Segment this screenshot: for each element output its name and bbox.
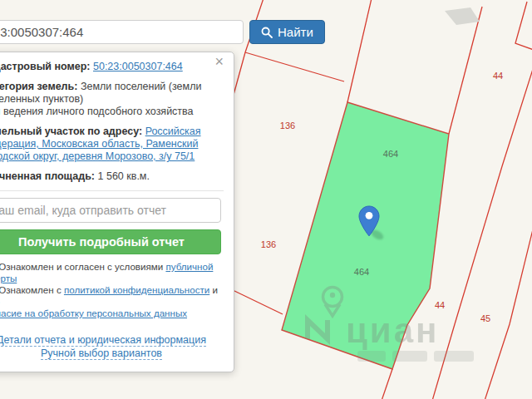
- area-value: 1 560 кв.м.: [98, 170, 150, 182]
- close-icon[interactable]: ×: [214, 54, 224, 69]
- search-icon: [261, 27, 273, 38]
- land-usage-value: Для ведения личного подсобного хозяйства: [0, 106, 194, 117]
- parcel-number-label: 44: [493, 71, 503, 81]
- privacy-policy-link[interactable]: политикой конфиденциальности: [64, 284, 209, 295]
- map-pin-icon[interactable]: [358, 205, 380, 237]
- watermark-brand-text: циан: [346, 311, 439, 350]
- watermark-logo-mark: [308, 320, 328, 339]
- parcel-number-label: 136: [261, 239, 276, 249]
- watermark-phone-blur: [357, 351, 474, 362]
- area-row: Уточненная площадь: 1 560 кв.м.: [0, 170, 221, 183]
- parcel-number-label: 136: [280, 121, 295, 131]
- cadastral-map-app: 136136464464444445 циан Найти: [0, 0, 532, 399]
- parcel-number-label: 464: [383, 149, 398, 159]
- search-bar: Найти: [0, 20, 325, 44]
- search-button-label: Найти: [278, 25, 313, 39]
- parcel-boundary-line: [449, 7, 482, 134]
- parcel-boundary-line: [515, 2, 532, 50]
- consent-privacy-text: Ознакомлен с: [0, 284, 64, 295]
- report-details-link[interactable]: Детали отчета и юридическая информация: [0, 334, 206, 347]
- address-label: Земельный участок по адресу:: [0, 126, 142, 137]
- popup-divider: [0, 190, 224, 191]
- popup-footer-links: Детали отчета и юридическая информация Р…: [0, 333, 221, 360]
- building-footprint: [445, 7, 480, 25]
- cadastral-number-link[interactable]: 50:23:0050307:464: [93, 61, 183, 72]
- cadastral-number-label: Кадастровый номер:: [0, 61, 91, 72]
- parcel-boundary-line: [245, 52, 344, 81]
- parcel-boundary-line: [234, 0, 264, 95]
- address-row: Земельный участок по адресу: Российская …: [0, 126, 221, 163]
- manual-select-link[interactable]: Ручной выбор вариантов: [41, 347, 162, 360]
- cadastral-number-row: Кадастровый номер: 50:23:0050307:464: [0, 61, 221, 73]
- parcel-number-label: 464: [354, 267, 369, 277]
- personal-data-link[interactable]: согласие на обработку персональных данны…: [0, 308, 187, 318]
- get-report-button[interactable]: Получить подробный отчет: [0, 229, 221, 254]
- land-category-row: Категория земель: Земли поселений (земли…: [0, 81, 221, 118]
- consent-offer-row: Ознакомлен и согласен с условиями публич…: [0, 261, 221, 284]
- area-label: Уточненная площадь:: [0, 170, 95, 182]
- consent-block: Ознакомлен и согласен с условиями публич…: [0, 261, 221, 319]
- parcel-info-popup: × Кадастровый номер: 50:23:0050307:464 К…: [0, 52, 234, 372]
- parcel-number-label: 45: [480, 313, 490, 323]
- cadastral-search-input[interactable]: [0, 20, 244, 44]
- cian-watermark: циан: [298, 281, 505, 377]
- land-category-label: Категория земель:: [0, 81, 77, 92]
- parcel-boundary-line: [233, 290, 283, 314]
- parcel-number-label: 44: [435, 300, 445, 310]
- consent-offer-text: Ознакомлен и согласен с условиями: [0, 261, 165, 272]
- parcel-boundary-line: [347, 0, 372, 102]
- consent-privacy-row: Ознакомлен с политикой конфиденциальност…: [0, 284, 221, 319]
- search-button[interactable]: Найти: [249, 20, 325, 44]
- email-input[interactable]: [0, 198, 221, 223]
